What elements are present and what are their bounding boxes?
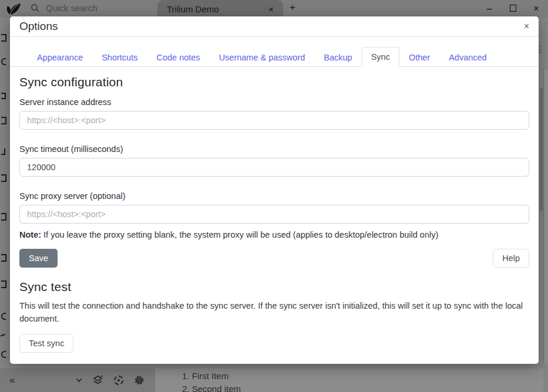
minimize-button[interactable]: – xyxy=(478,4,501,14)
dialog-title: Options xyxy=(19,20,58,33)
app-tab-trilium-demo[interactable]: Trilium Demo × xyxy=(157,0,283,18)
launcher-icon-fragment xyxy=(1,117,6,124)
tab-other[interactable]: Other xyxy=(399,48,439,67)
help-button[interactable]: Help xyxy=(493,249,529,268)
sync-timeout-input[interactable] xyxy=(19,158,529,177)
tab-shortcuts[interactable]: Shortcuts xyxy=(92,48,147,67)
launcher-icon-fragment xyxy=(1,334,6,340)
tab-advanced[interactable]: Advanced xyxy=(439,48,496,67)
quick-search-placeholder: Quick search xyxy=(46,3,98,13)
titlebar: Quick search Trilium Demo × + – × xyxy=(0,0,548,18)
list-item: 1. First Item xyxy=(182,370,543,383)
sync-configuration-heading: Sync configuration xyxy=(19,75,529,89)
sync-options-panel: Sync configuration Server instance addre… xyxy=(10,67,539,353)
maximize-icon xyxy=(510,5,516,12)
right-pane-edge xyxy=(544,69,548,364)
window-close-button[interactable]: × xyxy=(525,4,548,14)
launcher-icon-fragment xyxy=(1,148,5,155)
tab-close-icon[interactable]: × xyxy=(266,4,276,14)
options-dialog: Options × Appearance Shortcuts Code note… xyxy=(10,16,539,364)
launcher-icon-fragment xyxy=(1,58,6,65)
dialog-header: Options × xyxy=(10,16,539,37)
proxy-note: Note: If you leave the proxy setting bla… xyxy=(19,230,529,239)
search-icon xyxy=(31,4,40,13)
dialog-close-icon[interactable]: × xyxy=(524,21,529,32)
launcher-icon-fragment xyxy=(1,281,6,288)
collapse-sidebar-button[interactable]: « xyxy=(9,374,15,386)
launcher-icon-fragment xyxy=(1,351,6,358)
quick-search[interactable]: Quick search xyxy=(31,3,98,13)
tab-backup[interactable]: Backup xyxy=(314,48,361,67)
server-address-input[interactable] xyxy=(19,111,529,130)
chevron-down-icon[interactable] xyxy=(76,378,82,383)
new-tab-button[interactable]: + xyxy=(290,2,295,13)
options-tab-bar: Appearance Shortcuts Code notes Username… xyxy=(10,37,539,67)
sidebar-bottom-bar: « xyxy=(0,369,155,392)
tab-code-notes[interactable]: Code notes xyxy=(147,48,209,67)
sync-proxy-label: Sync proxy server (optional) xyxy=(19,191,529,201)
scrollbar-thumb[interactable] xyxy=(540,88,543,211)
launcher-icon-fragment xyxy=(1,93,6,99)
launcher-icon-fragment xyxy=(1,213,6,221)
layers-icon[interactable] xyxy=(92,375,103,386)
launcher-icon-fragment xyxy=(1,174,6,182)
proxy-note-text: If you leave the proxy setting blank, th… xyxy=(41,230,438,239)
gear-icon[interactable] xyxy=(134,375,144,386)
test-sync-button[interactable]: Test sync xyxy=(19,334,73,353)
app-tab-title: Trilium Demo xyxy=(167,4,219,14)
server-address-label: Server instance address xyxy=(19,97,529,107)
note-content-preview: 1. First Item 2. Second item xyxy=(155,369,543,392)
tab-sync[interactable]: Sync xyxy=(362,47,399,67)
launcher-icon-fragment xyxy=(1,313,6,320)
trilium-logo-icon xyxy=(5,2,22,16)
maximize-button[interactable] xyxy=(501,4,525,14)
sync-test-heading: Sync test xyxy=(19,280,529,294)
list-item: 2. Second item xyxy=(182,383,543,392)
sync-timeout-label: Sync timeout (milliseconds) xyxy=(19,144,529,154)
crosshair-icon[interactable] xyxy=(113,375,124,386)
sync-test-description: This will test the connection and handsh… xyxy=(19,299,529,325)
tab-username-password[interactable]: Username & password xyxy=(210,48,315,67)
sync-proxy-input[interactable] xyxy=(19,205,529,224)
window-controls: – × xyxy=(478,0,548,18)
tab-appearance[interactable]: Appearance xyxy=(28,48,92,67)
proxy-note-prefix: Note: xyxy=(19,230,41,239)
launcher-icon-fragment xyxy=(1,34,6,42)
save-button[interactable]: Save xyxy=(19,249,58,268)
launcher-icon-fragment xyxy=(1,254,6,262)
